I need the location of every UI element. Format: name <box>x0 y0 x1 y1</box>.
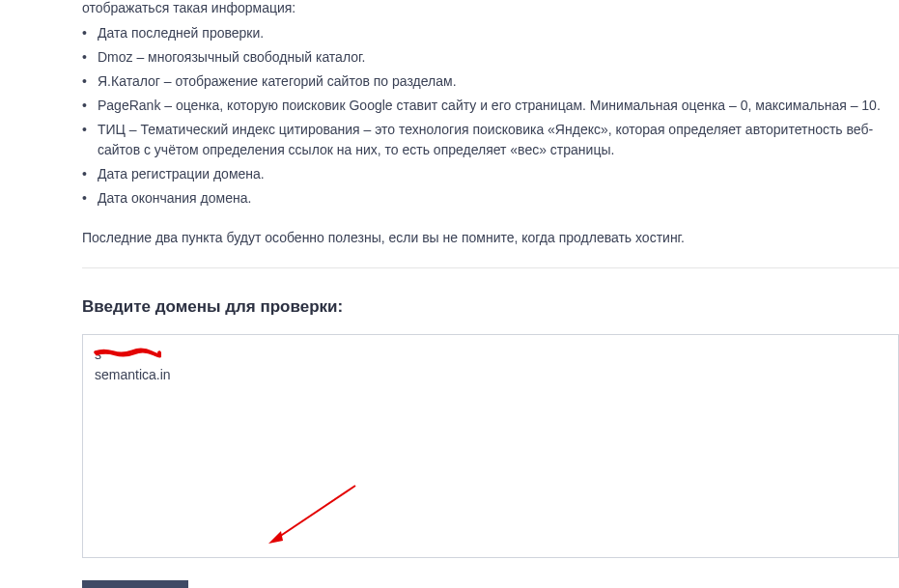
list-item: Дата регистрации домена. <box>82 164 899 184</box>
list-item: Дата окончания домена. <box>82 188 899 209</box>
check-button[interactable]: Проверить <box>82 580 188 588</box>
list-item: PageRank – оценка, которую поисковик Goo… <box>82 96 899 116</box>
partial-intro-text: отображаться такая информация: <box>82 0 899 15</box>
note-text: Последние два пункта будут особенно поле… <box>82 228 899 248</box>
section-title: Введите домены для проверки: <box>82 297 899 317</box>
textarea-wrapper <box>82 334 899 561</box>
info-list: Дата последней проверки. Dmoz – многоязы… <box>82 23 899 209</box>
list-item: Дата последней проверки. <box>82 23 899 43</box>
divider <box>82 267 899 268</box>
domain-input[interactable] <box>82 334 899 558</box>
list-item: Dmoz – многоязычный свободный каталог. <box>82 47 899 68</box>
list-item: Я.Каталог – отображение категорий сайтов… <box>82 71 899 92</box>
list-item: ТИЦ – Тематический индекс цитирования – … <box>82 120 899 160</box>
